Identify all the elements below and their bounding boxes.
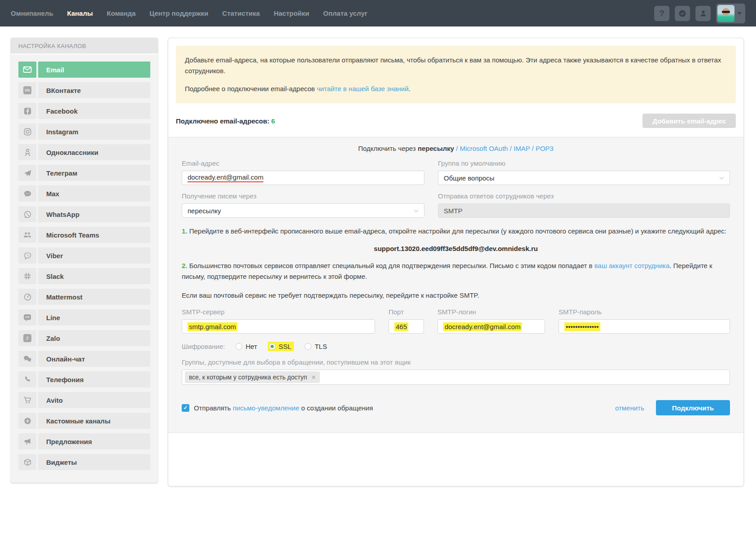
- teams-icon: [18, 227, 36, 243]
- notify-checkbox[interactable]: ✓: [182, 404, 189, 412]
- sidebar-item-label: Кастомные каналы: [38, 413, 150, 429]
- receive-method-select[interactable]: пересылку: [182, 203, 424, 218]
- sidebar-item-facebook[interactable]: Facebook: [18, 103, 150, 119]
- smtp-settings-row: SMTP-сервер smtp.gmail.com Порт 465 SMTP…: [182, 301, 730, 334]
- sidebar-item-label: Телеграм: [38, 165, 150, 181]
- panel-footer: [168, 433, 743, 486]
- sidebar-item-cart[interactable]: Avito: [18, 392, 150, 408]
- sidebar-item-label: Viber: [38, 247, 150, 264]
- remove-tag-icon[interactable]: ✕: [311, 374, 316, 381]
- notice-line1: Добавьте email-адреса, на которые пользо…: [185, 56, 721, 75]
- connected-label: Подключено email-адресов:: [176, 117, 269, 125]
- nav-item-omnipanel[interactable]: Омнипанель: [11, 9, 53, 17]
- groups-input[interactable]: все, к которым у сотрудника есть доступ …: [182, 370, 730, 385]
- nav-item-settings[interactable]: Настройки: [274, 9, 309, 17]
- radio-label: TLS: [315, 343, 327, 350]
- channel-list: EmailVKВКонтактеFacebookInstagramОднокла…: [11, 55, 158, 470]
- profile-button[interactable]: [695, 6, 711, 21]
- tab-forwarding-active: пересылку: [418, 145, 454, 152]
- port-label: Порт: [389, 308, 424, 316]
- nav-item-statistics[interactable]: Статистика: [222, 9, 260, 17]
- smtp-server-input[interactable]: smtp.gmail.com: [182, 319, 375, 334]
- sidebar-item-telegram[interactable]: Телеграм: [18, 165, 150, 181]
- nav-item-support-center[interactable]: Центр поддержки: [149, 9, 208, 17]
- sidebar-item-zalo[interactable]: ZZalo: [18, 330, 150, 346]
- profile-icon: [699, 9, 708, 18]
- sidebar-item-label: Одноклассники: [38, 144, 150, 160]
- default-group-select[interactable]: Общие вопросы: [438, 171, 730, 185]
- notification-letter-link[interactable]: письмо-уведомление: [233, 404, 299, 412]
- group-tag-text: все, к которым у сотрудника есть доступ: [189, 374, 307, 381]
- sidebar-item-instagram[interactable]: Instagram: [18, 123, 150, 140]
- sidebar-item-vk[interactable]: VKВКонтакте: [18, 82, 150, 98]
- encryption-radio-нет[interactable]: Нет: [236, 343, 257, 350]
- smtp-server-label: SMTP-сервер: [182, 308, 375, 316]
- email-address-input[interactable]: docready.ent@gmail.com: [182, 171, 424, 185]
- connect-button[interactable]: Подключить: [656, 400, 730, 415]
- default-group-value: Общие вопросы: [444, 174, 494, 182]
- content-area: НАСТРОЙКА КАНАЛОВ EmailVKВКонтактеFacebo…: [0, 26, 756, 486]
- sidebar-item-line[interactable]: LINELine: [18, 309, 150, 326]
- verified-button[interactable]: [675, 6, 690, 21]
- max-icon: [18, 185, 36, 202]
- tab-pop3[interactable]: POP3: [536, 145, 554, 152]
- sidebar-item-whatsapp[interactable]: WhatsApp: [18, 206, 150, 222]
- info-notice: Добавьте email-адреса, на которые пользо…: [176, 46, 736, 103]
- chevron-down-icon: [737, 12, 742, 15]
- send-method-value: SMTP: [444, 207, 463, 215]
- notice-text: Добавьте email-адреса, на которые пользо…: [185, 55, 727, 76]
- nav-item-team[interactable]: Команда: [107, 9, 135, 17]
- radio-icon: [305, 343, 311, 350]
- notice-line2-prefix: Подробнее о подключении email-адресов: [185, 85, 317, 93]
- add-email-button[interactable]: Добавить email-адрес: [642, 114, 736, 128]
- smtp-password-label: SMTP-пароль: [559, 308, 730, 316]
- telegram-icon: [18, 165, 36, 181]
- sidebar-item-odnoklassniki[interactable]: Одноклассники: [18, 144, 150, 160]
- tab-microsoft-oauth[interactable]: Microsoft OAuth: [460, 145, 508, 152]
- knowledge-base-link[interactable]: читайте в нашей базе знаний: [317, 85, 409, 93]
- sidebar-item-max[interactable]: Max: [18, 185, 150, 202]
- sidebar-item-label: Виджеты: [38, 454, 150, 470]
- sidebar-item-box[interactable]: Виджеты: [18, 454, 150, 470]
- sidebar-item-label: Max: [38, 185, 150, 202]
- sidebar-item-email[interactable]: Email: [18, 62, 150, 78]
- sidebar-item-mattermost[interactable]: Mattermost: [18, 289, 150, 305]
- port-value: 465: [394, 322, 408, 331]
- port-input[interactable]: 465: [389, 319, 424, 334]
- radio-icon: [269, 343, 275, 350]
- smtp-login-label: SMTP-логин: [437, 308, 545, 316]
- account-menu-button[interactable]: [716, 4, 745, 23]
- sidebar-item-label: Microsoft Teams: [38, 227, 150, 243]
- sidebar-item-chat[interactable]: Онлайн-чат: [18, 351, 150, 367]
- instagram-icon: [18, 123, 36, 140]
- smtp-password-value: ••••••••••••••: [564, 322, 600, 331]
- encryption-row: Шифрование: НетSSLTLS: [182, 342, 730, 351]
- email-address-value: docready.ent@gmail.com: [188, 173, 263, 182]
- connect-method-tabs: Подключить через пересылку / Microsoft O…: [182, 145, 730, 152]
- sidebar-item-megaphone[interactable]: Предложения: [18, 433, 150, 449]
- default-group-label: Группа по умолчанию: [438, 159, 730, 167]
- sidebar-item-slack[interactable]: Slack: [18, 268, 150, 284]
- smtp-password-input[interactable]: ••••••••••••••: [559, 319, 730, 334]
- encryption-radio-ssl[interactable]: SSL: [268, 342, 294, 351]
- cancel-link[interactable]: отменить: [615, 404, 644, 412]
- encryption-radio-tls[interactable]: TLS: [305, 343, 327, 350]
- sidebar-item-viber[interactable]: Viber: [18, 247, 150, 264]
- staff-account-link[interactable]: ваш аккаунт сотрудника: [594, 262, 670, 269]
- email-icon: [18, 62, 36, 78]
- form-row-2: Получение писем через пересылку Отправка…: [182, 185, 730, 218]
- tab-imap[interactable]: IMAP: [514, 145, 530, 152]
- sidebar-title: НАСТРОЙКА КАНАЛОВ: [11, 38, 158, 55]
- sidebar-item-plus[interactable]: Кастомные каналы: [18, 413, 150, 429]
- smtp-login-input[interactable]: docready.ent@gmail.com: [437, 319, 545, 334]
- sidebar-item-label: Онлайн-чат: [38, 351, 150, 367]
- vk-icon: VK: [18, 82, 36, 98]
- help-button[interactable]: ?: [654, 6, 669, 21]
- step-1-number: 1.: [182, 227, 188, 235]
- nav-item-channels[interactable]: Каналы: [67, 9, 93, 17]
- nav-item-payment[interactable]: Оплата услуг: [323, 9, 367, 17]
- sidebar-item-phone[interactable]: Телефония: [18, 371, 150, 388]
- receive-method-label: Получение писем через: [182, 192, 424, 200]
- sidebar-item-teams[interactable]: Microsoft Teams: [18, 227, 150, 243]
- tab-separator: /: [454, 145, 460, 152]
